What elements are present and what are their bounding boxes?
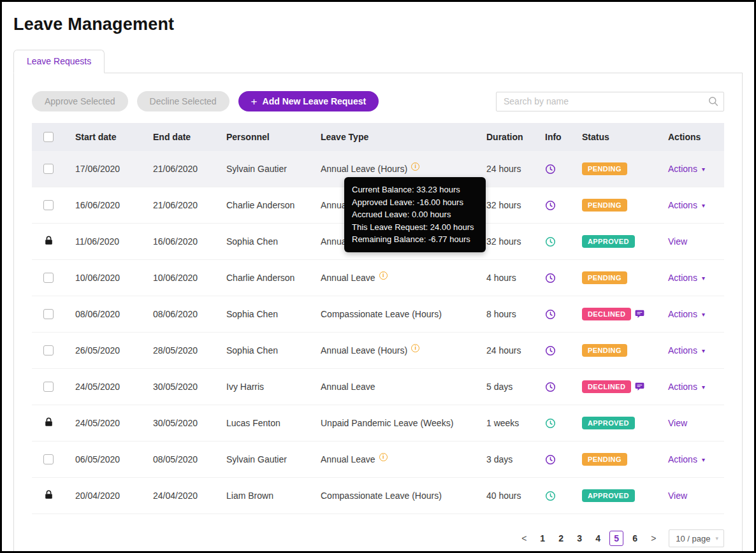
row-checkbox[interactable] bbox=[43, 273, 54, 283]
row-action-link[interactable]: Actions ▾ bbox=[668, 345, 705, 356]
search-icon[interactable] bbox=[708, 96, 718, 109]
duration-cell: 4 hours bbox=[476, 273, 535, 283]
clock-icon[interactable] bbox=[545, 345, 556, 356]
status-badge: PENDING bbox=[582, 344, 627, 357]
prev-page-button[interactable]: < bbox=[517, 531, 531, 546]
clock-icon[interactable] bbox=[545, 273, 556, 284]
approve-selected-button[interactable]: Approve Selected bbox=[32, 91, 128, 111]
status-badge: PENDING bbox=[582, 453, 627, 466]
row-action-link[interactable]: View ▾ bbox=[668, 236, 687, 247]
leave-requests-panel: Approve Selected Decline Selected + Add … bbox=[13, 73, 743, 553]
search-box bbox=[496, 92, 724, 111]
page-number-4[interactable]: 4 bbox=[591, 531, 605, 546]
row-action-label: View bbox=[668, 491, 687, 501]
personnel-cell: Sylvain Gautier bbox=[216, 454, 310, 464]
lock-icon bbox=[45, 490, 53, 501]
clock-icon[interactable] bbox=[545, 236, 556, 247]
row-action-link[interactable]: Actions ▾ bbox=[668, 309, 705, 319]
chevron-down-icon: ▾ bbox=[702, 384, 705, 391]
page-size-select[interactable]: 10 / page ▾ bbox=[669, 529, 724, 547]
row-action-link[interactable]: Actions ▾ bbox=[668, 454, 705, 464]
clock-icon[interactable] bbox=[545, 454, 556, 465]
search-input[interactable] bbox=[496, 92, 724, 111]
status-badge: DECLINED bbox=[582, 308, 631, 320]
duration-cell: 24 hours bbox=[476, 345, 535, 356]
clock-icon[interactable] bbox=[545, 418, 556, 429]
info-icon[interactable] bbox=[379, 271, 388, 280]
clock-icon[interactable] bbox=[545, 200, 556, 211]
page-number-5[interactable]: 5 bbox=[609, 531, 623, 546]
status-badge: PENDING bbox=[582, 199, 627, 212]
personnel-cell: Sophia Chen bbox=[216, 236, 310, 247]
row-checkbox[interactable] bbox=[43, 382, 54, 392]
page-number-6[interactable]: 6 bbox=[628, 531, 642, 546]
col-duration: Duration bbox=[476, 132, 535, 142]
leave-type-text: Annual Leave bbox=[321, 273, 375, 283]
clock-icon[interactable] bbox=[545, 382, 556, 392]
col-leave-type: Leave Type bbox=[310, 132, 476, 142]
table-row: 06/05/2020 08/05/2020 Sylvain Gautier An… bbox=[32, 442, 724, 478]
page-number-1[interactable]: 1 bbox=[535, 531, 549, 546]
row-action-link[interactable]: Actions ▾ bbox=[668, 273, 705, 283]
clock-icon[interactable] bbox=[545, 309, 556, 320]
end-date-cell: 16/06/2020 bbox=[143, 236, 216, 247]
add-new-leave-request-button[interactable]: + Add New Leave Request bbox=[238, 91, 379, 111]
status-badge: APPROVED bbox=[582, 489, 635, 502]
chevron-down-icon: ▾ bbox=[715, 535, 718, 542]
personnel-cell: Lucas Fenton bbox=[216, 418, 310, 428]
tooltip-line: Current Balance: 33.23 hours bbox=[352, 183, 478, 196]
duration-cell: 40 hours bbox=[476, 491, 535, 501]
col-personnel: Personnel bbox=[216, 132, 310, 142]
comment-icon[interactable] bbox=[635, 310, 644, 319]
select-all-checkbox[interactable] bbox=[43, 132, 54, 142]
row-action-link[interactable]: View ▾ bbox=[668, 491, 687, 501]
personnel-cell: Sylvain Gautier bbox=[216, 164, 310, 174]
row-action-label: Actions bbox=[668, 273, 697, 283]
info-icon[interactable] bbox=[379, 453, 388, 461]
row-checkbox[interactable] bbox=[43, 309, 54, 319]
tooltip-line: Approved Leave: -16.00 hours bbox=[352, 196, 478, 209]
leave-type-text: Annual Leave (Hours) bbox=[321, 164, 407, 174]
table-row: 10/06/2020 10/06/2020 Charlie Anderson A… bbox=[32, 260, 724, 296]
end-date-cell: 30/05/2020 bbox=[143, 418, 216, 428]
row-action-label: Actions bbox=[668, 345, 697, 356]
leave-type-text: Annual Leave (Hours) bbox=[321, 345, 407, 356]
personnel-cell: Charlie Anderson bbox=[216, 273, 310, 283]
row-action-label: View bbox=[668, 418, 687, 428]
clock-icon[interactable] bbox=[545, 164, 556, 175]
duration-cell: 8 hours bbox=[476, 309, 535, 319]
decline-selected-button[interactable]: Decline Selected bbox=[137, 91, 229, 111]
page-size-value: 10 / page bbox=[676, 534, 710, 543]
row-action-label: Actions bbox=[668, 309, 697, 319]
row-checkbox[interactable] bbox=[43, 454, 54, 464]
balance-tooltip: Current Balance: 33.23 hours Approved Le… bbox=[344, 177, 486, 252]
row-action-link[interactable]: Actions ▾ bbox=[668, 382, 705, 392]
info-icon[interactable] bbox=[411, 344, 419, 352]
next-page-button[interactable]: > bbox=[646, 531, 660, 546]
start-date-cell: 11/06/2020 bbox=[65, 236, 143, 247]
duration-cell: 3 days bbox=[476, 454, 535, 464]
page-number-3[interactable]: 3 bbox=[572, 531, 586, 546]
chevron-down-icon: ▾ bbox=[702, 311, 705, 318]
col-info: Info bbox=[535, 132, 572, 142]
clock-icon[interactable] bbox=[545, 491, 556, 501]
row-checkbox[interactable] bbox=[43, 200, 54, 210]
comment-icon[interactable] bbox=[635, 382, 644, 391]
row-checkbox[interactable] bbox=[43, 345, 54, 356]
tooltip-line: Remaining Balance: -6.77 hours bbox=[352, 233, 478, 246]
personnel-cell: Sophia Chen bbox=[216, 345, 310, 356]
row-action-link[interactable]: Actions ▾ bbox=[668, 200, 705, 210]
duration-cell: 24 hours bbox=[476, 164, 535, 174]
tab-bar: Leave Requests bbox=[13, 50, 743, 73]
tab-leave-requests[interactable]: Leave Requests bbox=[13, 50, 105, 73]
start-date-cell: 24/05/2020 bbox=[65, 382, 143, 392]
leave-management-window: Leave Management Leave Requests Approve … bbox=[0, 0, 756, 553]
row-checkbox[interactable] bbox=[43, 164, 54, 174]
personnel-cell: Sophia Chen bbox=[216, 309, 310, 319]
page-number-2[interactable]: 2 bbox=[554, 531, 568, 546]
row-action-link[interactable]: View ▾ bbox=[668, 418, 687, 428]
info-icon[interactable] bbox=[411, 162, 419, 171]
end-date-cell: 28/05/2020 bbox=[143, 345, 216, 356]
personnel-cell: Charlie Anderson bbox=[216, 200, 310, 210]
row-action-link[interactable]: Actions ▾ bbox=[668, 164, 705, 174]
